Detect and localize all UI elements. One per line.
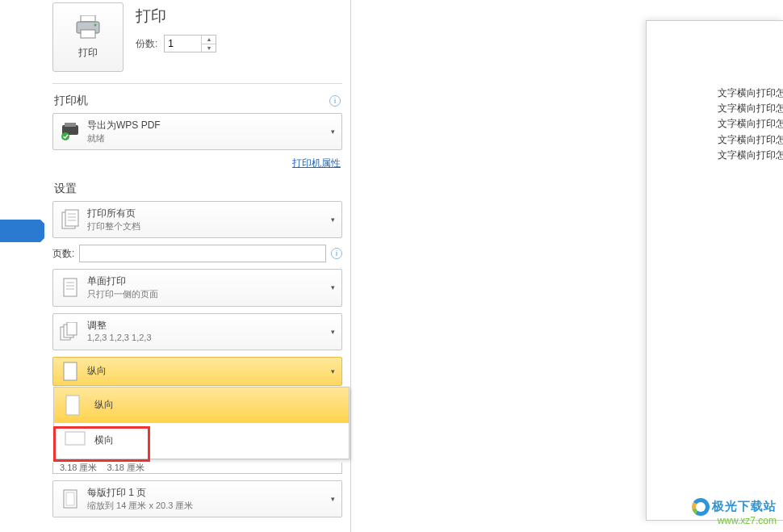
- active-tab-indicator: [0, 220, 40, 242]
- portrait-icon: [64, 394, 86, 417]
- svg-rect-0: [81, 15, 95, 22]
- print-button[interactable]: 打印: [52, 2, 124, 72]
- info-icon[interactable]: i: [331, 248, 342, 259]
- settings-section-title: 设置: [54, 182, 77, 196]
- print-preview-page: 文字横向打印怎 文字横向打印怎 文字横向打印怎 文字横向打印怎 文字横向打印怎: [646, 20, 783, 521]
- svg-rect-5: [65, 123, 76, 127]
- orientation-option-list: 纵向 横向: [53, 387, 350, 459]
- duplex-select[interactable]: 单面打印 只打印一侧的页面: [52, 269, 342, 306]
- copies-label: 份数:: [136, 37, 157, 51]
- svg-rect-18: [67, 322, 77, 335]
- left-gutter: [0, 0, 44, 532]
- print-button-label: 打印: [78, 46, 98, 60]
- orientation-option-landscape[interactable]: 横向: [54, 423, 349, 459]
- svg-rect-8: [65, 210, 78, 226]
- printer-select[interactable]: 导出为WPS PDF 就绪: [52, 113, 342, 150]
- svg-rect-21: [65, 432, 85, 445]
- per-sheet-sub: 缩放到 14 厘米 x 20.3 厘米: [87, 500, 193, 512]
- orientation-select[interactable]: 纵向 纵向 横向: [52, 357, 342, 386]
- orientation-option-landscape-label: 横向: [94, 434, 114, 447]
- svg-point-3: [94, 23, 97, 26]
- printer-status: 就绪: [87, 132, 161, 145]
- preview-line: 文字横向打印怎: [718, 132, 783, 148]
- preview-line: 文字横向打印怎: [718, 148, 783, 163]
- pages-per-sheet-select[interactable]: 每版打印 1 页 缩放到 14 厘米 x 20.3 厘米: [52, 480, 342, 517]
- landscape-icon: [64, 429, 86, 452]
- printer-status-icon: [60, 121, 81, 142]
- collate-sub: 1,2,3 1,2,3 1,2,3: [87, 332, 152, 344]
- svg-rect-20: [66, 396, 79, 415]
- printer-icon: [73, 15, 103, 40]
- print-header: 打印 打印 份数: ▲ ▼: [52, 2, 342, 84]
- portrait-icon: [60, 361, 81, 382]
- collate-icon: [60, 321, 81, 342]
- preview-line: 文字横向打印怎: [718, 101, 783, 116]
- per-sheet-label: 每版打印 1 页: [87, 486, 193, 500]
- pages-icon: [60, 209, 81, 230]
- print-panel: 打印 打印 份数: ▲ ▼ 打印机 i: [44, 0, 351, 532]
- preview-line: 文字横向打印怎: [718, 86, 783, 101]
- printer-section-header: 打印机 i: [52, 92, 342, 113]
- printer-properties-link[interactable]: 打印机属性: [292, 157, 341, 169]
- print-range-sub: 打印整个文档: [87, 220, 140, 232]
- svg-rect-2: [81, 30, 95, 38]
- duplex-sub: 只打印一侧的页面: [87, 288, 158, 300]
- printer-properties-row: 打印机属性: [52, 157, 341, 170]
- info-icon[interactable]: i: [329, 95, 341, 107]
- duplex-label: 单面打印: [87, 274, 158, 288]
- orientation-current: 纵向: [87, 364, 107, 378]
- copies-spinner[interactable]: ▲ ▼: [164, 35, 216, 52]
- watermark-name: 极光下载站: [712, 499, 777, 513]
- printer-select-text: 导出为WPS PDF 就绪: [87, 119, 161, 145]
- watermark-url: www.xz7.com: [692, 516, 777, 527]
- copies-row: 份数: ▲ ▼: [136, 35, 216, 52]
- sheet-icon: [60, 488, 81, 509]
- settings-section-header: 设置: [52, 180, 342, 201]
- preview-body: 文字横向打印怎 文字横向打印怎 文字横向打印怎 文字横向打印怎 文字横向打印怎: [718, 86, 783, 163]
- collate-select[interactable]: 调整 1,2,3 1,2,3 1,2,3: [52, 313, 342, 350]
- pages-label: 页数:: [52, 247, 74, 261]
- printer-section-title: 打印机: [54, 94, 88, 108]
- svg-rect-19: [64, 362, 77, 380]
- margin-fragment: 3.18 厘米: [60, 463, 97, 474]
- print-range-label: 打印所有页: [87, 207, 140, 220]
- copies-down[interactable]: ▼: [202, 44, 216, 52]
- orientation-option-portrait-label: 纵向: [94, 398, 114, 412]
- page-single-icon: [60, 277, 81, 298]
- print-title: 打印: [136, 6, 216, 27]
- pages-input[interactable]: [79, 245, 326, 262]
- watermark-logo-icon: [692, 498, 710, 516]
- copies-up[interactable]: ▲: [202, 36, 216, 44]
- margin-fragment: 3.18 厘米: [107, 463, 144, 474]
- margins-partial: 3.18 厘米 3.18 厘米: [52, 463, 342, 474]
- orientation-option-portrait[interactable]: 纵向: [54, 387, 349, 423]
- printer-name: 导出为WPS PDF: [87, 119, 161, 132]
- pages-row: 页数: i: [52, 245, 342, 262]
- print-header-right: 打印 份数: ▲ ▼: [136, 2, 216, 72]
- svg-point-6: [61, 132, 69, 140]
- svg-rect-12: [64, 279, 77, 296]
- collate-label: 调整: [87, 319, 152, 333]
- copies-input[interactable]: [165, 36, 201, 52]
- print-range-select[interactable]: 打印所有页 打印整个文档: [52, 201, 342, 238]
- preview-line: 文字横向打印怎: [718, 116, 783, 132]
- source-watermark: 极光下载站 www.xz7.com: [692, 498, 777, 527]
